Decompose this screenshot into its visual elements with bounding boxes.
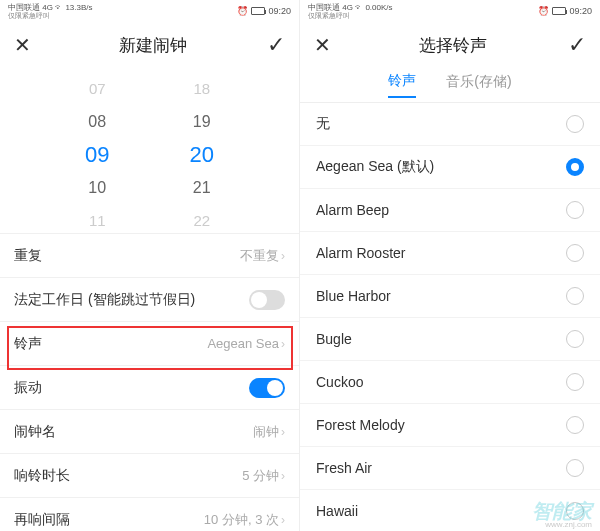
net-speed: 0.00K/s: [365, 3, 392, 12]
time-picker[interactable]: 07 08 09 10 11 18 19 20 21 22: [0, 68, 299, 233]
chevron-right-icon: ›: [281, 469, 285, 483]
vibrate-row[interactable]: 振动: [0, 365, 299, 409]
alarm-create-panel: 中国联通 4G ᯤ 13.3B/s 仅限紧急呼叫 ⏰ 09:20 ✕ 新建闹钟 …: [0, 0, 300, 531]
confirm-icon[interactable]: ✓: [267, 32, 285, 58]
radio-icon[interactable]: [566, 244, 584, 262]
hour-option[interactable]: 07: [89, 72, 106, 105]
radio-icon[interactable]: [566, 502, 584, 520]
sound-name: Bugle: [316, 331, 352, 347]
alarm-name-value: 闹钟: [253, 423, 279, 441]
sound-name: Alarm Beep: [316, 202, 389, 218]
hour-column[interactable]: 07 08 09 10 11: [85, 72, 109, 233]
sound-name: Aegean Sea (默认): [316, 158, 434, 176]
close-icon[interactable]: ✕: [14, 33, 38, 57]
alarm-name-label: 闹钟名: [14, 423, 56, 441]
tab-ringtone[interactable]: 铃声: [388, 72, 416, 98]
sound-row[interactable]: Alarm Rooster: [300, 232, 600, 275]
hour-option[interactable]: 08: [88, 105, 106, 138]
emergency-label: 仅限紧急呼叫: [8, 12, 93, 19]
radio-icon[interactable]: [566, 158, 584, 176]
sound-row[interactable]: 无: [300, 103, 600, 146]
hour-selected[interactable]: 09: [85, 138, 109, 171]
repeat-row[interactable]: 重复 不重复›: [0, 233, 299, 277]
tab-bar: 铃声 音乐(存储): [300, 68, 600, 102]
signal-icon: 4G ᯤ: [42, 3, 63, 12]
minute-option[interactable]: 21: [193, 171, 211, 204]
sound-row[interactable]: Aegean Sea (默认): [300, 146, 600, 189]
vibrate-toggle[interactable]: [249, 378, 285, 398]
minute-option[interactable]: 19: [193, 105, 211, 138]
header-bar: ✕ 新建闹钟 ✓: [0, 22, 299, 68]
chevron-right-icon: ›: [281, 425, 285, 439]
net-speed: 13.3B/s: [65, 3, 92, 12]
carrier-label: 中国联通: [8, 3, 40, 12]
repeat-value: 不重复: [240, 247, 279, 265]
sound-row[interactable]: Fresh Air: [300, 447, 600, 490]
workday-row[interactable]: 法定工作日 (智能跳过节假日): [0, 277, 299, 321]
sound-name: Cuckoo: [316, 374, 363, 390]
hour-option[interactable]: 11: [89, 204, 106, 237]
page-title: 选择铃声: [419, 34, 487, 57]
ringtone-select-panel: 中国联通 4G ᯤ 0.00K/s 仅限紧急呼叫 ⏰ 09:20 ✕ 选择铃声 …: [300, 0, 600, 531]
sound-name: Alarm Rooster: [316, 245, 405, 261]
close-icon[interactable]: ✕: [314, 33, 338, 57]
minute-selected[interactable]: 20: [190, 138, 214, 171]
radio-icon[interactable]: [566, 201, 584, 219]
snooze-value: 10 分钟, 3 次: [204, 511, 279, 529]
page-title: 新建闹钟: [119, 34, 187, 57]
ringtone-value: Aegean Sea: [207, 336, 279, 351]
radio-icon[interactable]: [566, 459, 584, 477]
vibrate-label: 振动: [14, 379, 42, 397]
sound-row[interactable]: Forest Melody: [300, 404, 600, 447]
duration-row[interactable]: 响铃时长 5 分钟›: [0, 453, 299, 497]
alarm-icon: ⏰: [237, 6, 248, 16]
minute-column[interactable]: 18 19 20 21 22: [190, 72, 214, 233]
clock-time: 09:20: [268, 6, 291, 16]
snooze-label: 再响间隔: [14, 511, 70, 529]
minute-option[interactable]: 22: [193, 204, 210, 237]
radio-icon[interactable]: [566, 330, 584, 348]
status-bar: 中国联通 4G ᯤ 13.3B/s 仅限紧急呼叫 ⏰ 09:20: [0, 0, 299, 22]
sound-name: Hawaii: [316, 503, 358, 519]
ringtone-row[interactable]: 铃声 Aegean Sea›: [0, 321, 299, 365]
sound-row[interactable]: Cuckoo: [300, 361, 600, 404]
carrier-label: 中国联通: [308, 3, 340, 12]
radio-icon[interactable]: [566, 287, 584, 305]
signal-icon: 4G ᯤ: [342, 3, 363, 12]
snooze-row[interactable]: 再响间隔 10 分钟, 3 次›: [0, 497, 299, 531]
hour-option[interactable]: 10: [88, 171, 106, 204]
workday-toggle[interactable]: [249, 290, 285, 310]
duration-value: 5 分钟: [242, 467, 279, 485]
battery-icon: [251, 7, 265, 15]
tab-music[interactable]: 音乐(存储): [446, 73, 511, 97]
radio-icon[interactable]: [566, 373, 584, 391]
chevron-right-icon: ›: [281, 337, 285, 351]
sound-row[interactable]: Bugle: [300, 318, 600, 361]
chevron-right-icon: ›: [281, 513, 285, 527]
confirm-icon[interactable]: ✓: [568, 32, 586, 58]
sound-list: 无Aegean Sea (默认)Alarm BeepAlarm RoosterB…: [300, 103, 600, 531]
sound-name: Blue Harbor: [316, 288, 391, 304]
emergency-label: 仅限紧急呼叫: [308, 12, 393, 19]
status-bar: 中国联通 4G ᯤ 0.00K/s 仅限紧急呼叫 ⏰ 09:20: [300, 0, 600, 22]
workday-label: 法定工作日 (智能跳过节假日): [14, 291, 195, 309]
sound-name: Forest Melody: [316, 417, 405, 433]
repeat-label: 重复: [14, 247, 42, 265]
clock-time: 09:20: [569, 6, 592, 16]
duration-label: 响铃时长: [14, 467, 70, 485]
alarm-name-row[interactable]: 闹钟名 闹钟›: [0, 409, 299, 453]
alarm-icon: ⏰: [538, 6, 549, 16]
radio-icon[interactable]: [566, 115, 584, 133]
battery-icon: [552, 7, 566, 15]
sound-name: 无: [316, 115, 330, 133]
sound-row[interactable]: Blue Harbor: [300, 275, 600, 318]
minute-option[interactable]: 18: [193, 72, 210, 105]
radio-icon[interactable]: [566, 416, 584, 434]
watermark-url: www.znj.com: [545, 520, 592, 529]
sound-row[interactable]: Alarm Beep: [300, 189, 600, 232]
chevron-right-icon: ›: [281, 249, 285, 263]
sound-name: Fresh Air: [316, 460, 372, 476]
header-bar: ✕ 选择铃声 ✓: [300, 22, 600, 68]
ringtone-label: 铃声: [14, 335, 42, 353]
